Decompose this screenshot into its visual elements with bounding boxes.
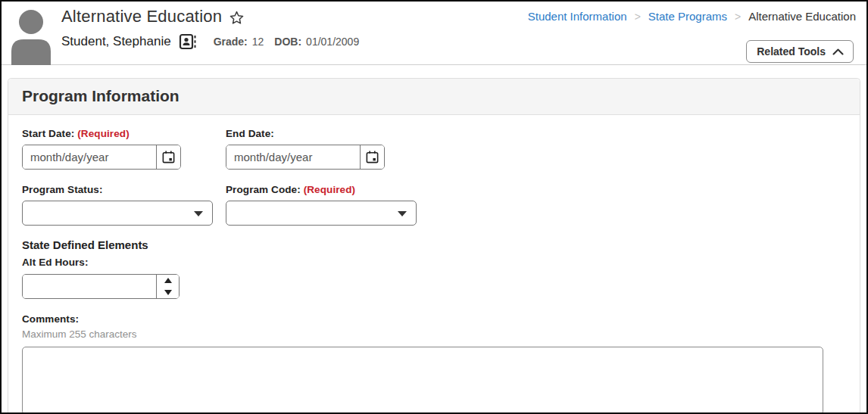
start-date-required-flag: (Required) xyxy=(77,128,130,139)
panel-header: Program Information xyxy=(8,79,860,115)
program-status-label: Program Status: xyxy=(22,184,226,195)
end-date-input[interactable] xyxy=(226,145,360,169)
caret-down-icon xyxy=(194,211,203,216)
spinner-down-button[interactable] xyxy=(157,287,179,299)
chevron-up-icon xyxy=(832,48,844,55)
start-date-calendar-button[interactable] xyxy=(156,145,180,169)
caret-down-icon xyxy=(398,211,407,216)
start-date-input[interactable] xyxy=(23,145,156,169)
program-information-panel: Program Information Start Date: (Require… xyxy=(8,78,860,414)
calendar-icon xyxy=(161,150,176,164)
breadcrumb-student-information[interactable]: Student Information xyxy=(528,10,627,23)
state-defined-elements-heading: State Defined Elements xyxy=(22,238,846,251)
comments-label: Comments: xyxy=(22,313,846,325)
caret-down-icon xyxy=(164,290,172,295)
dob-label: DOB: xyxy=(274,36,301,48)
student-avatar xyxy=(6,6,56,65)
end-date-calendar-button[interactable] xyxy=(360,145,384,169)
number-spinner xyxy=(156,275,179,298)
app-window: Alternative Education Student, Stephanie xyxy=(0,0,868,414)
alt-ed-hours-field xyxy=(22,274,180,299)
alt-ed-hours-input[interactable] xyxy=(23,275,156,298)
breadcrumb-state-programs[interactable]: State Programs xyxy=(648,10,727,23)
calendar-icon xyxy=(365,150,379,164)
related-tools-button[interactable]: Related Tools xyxy=(746,40,854,63)
start-date-label: Start Date: (Required) xyxy=(22,128,226,139)
related-tools-label: Related Tools xyxy=(757,45,826,58)
contact-card-icon[interactable] xyxy=(179,33,197,50)
program-code-select[interactable] xyxy=(226,201,417,226)
comments-hint: Maximum 255 characters xyxy=(22,328,846,340)
panel-body: Start Date: (Required) xyxy=(8,115,860,414)
breadcrumb-separator-icon: > xyxy=(635,11,641,23)
grade-label: Grade: xyxy=(214,36,248,48)
grade-dob-line: Grade: 12 DOB: 01/01/2009 xyxy=(214,36,366,48)
panel-title: Program Information xyxy=(22,87,180,104)
program-status-select[interactable] xyxy=(22,201,213,226)
breadcrumb-current-page: Alternative Education xyxy=(748,10,856,23)
breadcrumb-separator-icon: > xyxy=(735,11,741,23)
title-block: Alternative Education Student, Stephanie xyxy=(61,7,365,50)
caret-up-icon xyxy=(164,278,172,283)
end-date-label: End Date: xyxy=(226,128,429,139)
end-date-field xyxy=(226,145,385,170)
program-code-required-flag: (Required) xyxy=(304,184,356,195)
student-name: Student, Stephanie xyxy=(61,34,171,49)
alt-ed-hours-label: Alt Ed Hours: xyxy=(22,257,846,268)
spinner-up-button[interactable] xyxy=(157,275,179,287)
dob-value: 01/01/2009 xyxy=(306,36,359,48)
start-date-field xyxy=(22,145,181,170)
page-title: Alternative Education xyxy=(61,7,222,26)
person-silhouette-icon xyxy=(6,6,56,65)
favorite-star-icon[interactable] xyxy=(229,10,245,26)
student-header: Alternative Education Student, Stephanie xyxy=(2,2,866,65)
breadcrumb: Student Information > State Programs > A… xyxy=(528,10,856,23)
program-code-label: Program Code: (Required) xyxy=(226,184,429,195)
grade-value: 12 xyxy=(252,36,264,48)
comments-textarea[interactable] xyxy=(22,347,823,414)
